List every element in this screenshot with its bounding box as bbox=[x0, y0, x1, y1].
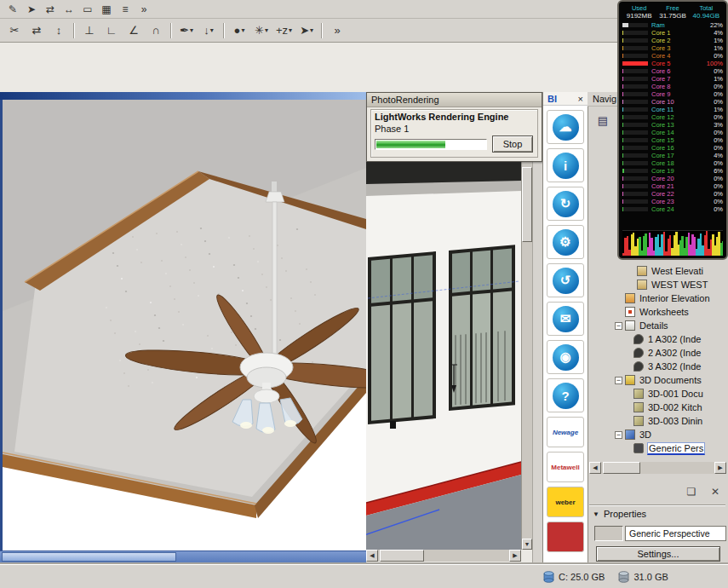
mail-button[interactable]: ✉ bbox=[547, 302, 584, 336]
expander-minus-icon[interactable]: − bbox=[615, 322, 622, 330]
tool-elevation-z-button[interactable]: +z▾ bbox=[273, 21, 295, 40]
core-value: 0% bbox=[701, 144, 723, 152]
core-usage-fill bbox=[622, 54, 623, 58]
expander-minus-icon[interactable]: − bbox=[615, 377, 622, 384]
preview-3d-view[interactable] bbox=[366, 162, 521, 550]
main-horizontal-scrollbar[interactable] bbox=[0, 551, 366, 562]
tree-item-3d-002-kitch[interactable]: 3D-002 Kitch bbox=[589, 401, 726, 414]
core-row: Core 21% bbox=[622, 37, 723, 44]
main-window-titlebar[interactable] bbox=[0, 92, 366, 100]
tree-item-west-west[interactable]: WEST WEST bbox=[589, 278, 726, 291]
dropdown-caret-icon[interactable]: ▾ bbox=[265, 26, 268, 34]
newage-button[interactable]: Newage bbox=[547, 417, 584, 447]
properties-header[interactable]: ▼ Properties bbox=[593, 509, 725, 519]
navigator-actions: ❏ ✕ bbox=[681, 482, 725, 501]
core-label: Core 21 bbox=[651, 182, 701, 190]
dropdown-caret-icon[interactable]: ▾ bbox=[210, 26, 214, 34]
close-icon[interactable]: × bbox=[578, 94, 583, 104]
delete-button[interactable]: ✕ bbox=[705, 482, 725, 501]
scrollbar-thumb[interactable] bbox=[603, 462, 640, 474]
tool-trim-button[interactable]: ⇄ bbox=[26, 21, 47, 40]
tree-item-3d-001-docu[interactable]: 3D-001 Docu bbox=[589, 387, 726, 401]
tool-select-button[interactable]: ➤ bbox=[23, 2, 40, 17]
core-usage-bar bbox=[622, 207, 648, 211]
info-button[interactable]: i bbox=[547, 148, 584, 182]
tool-more-tools-button[interactable]: » bbox=[327, 21, 347, 40]
settings-button[interactable]: Settings... bbox=[596, 546, 720, 562]
tool-split-button[interactable]: ↕ bbox=[49, 21, 69, 40]
tool-box-button[interactable]: ▭ bbox=[79, 2, 96, 17]
dropdown-caret-icon[interactable]: ▾ bbox=[310, 26, 313, 34]
view-name-field[interactable]: Generic Perspective bbox=[625, 526, 726, 541]
cloud-button[interactable]: ☁ bbox=[547, 110, 584, 144]
weber-button[interactable]: weber bbox=[547, 487, 584, 517]
bi-panel-header: BI × bbox=[543, 92, 588, 106]
tree-item-interior-elevation[interactable]: Interior Elevation bbox=[589, 291, 726, 305]
preview-vertical-scrollbar[interactable]: ▼ bbox=[521, 162, 532, 550]
tool-knife-button[interactable]: ✂ bbox=[4, 21, 25, 40]
tree-item-west-elevati[interactable]: West Elevati bbox=[589, 264, 726, 278]
refresh-icon: ↺ bbox=[553, 268, 579, 294]
tool-corner-button[interactable]: ∟ bbox=[101, 21, 122, 40]
scroll-right-button[interactable]: ▶ bbox=[509, 550, 521, 562]
tree-item-label: Details bbox=[639, 320, 669, 331]
tool-angle-button[interactable]: ∠ bbox=[123, 21, 144, 40]
tool-swap-button[interactable]: ⇄ bbox=[42, 2, 59, 17]
toolbar-row-2: ✂⇄↕⊥∟∠∩✒▾↓▾●▾✳▾+z▾➤▾» bbox=[0, 19, 617, 43]
tool-magic-button[interactable]: ✳▾ bbox=[251, 21, 272, 40]
tree-item-3d[interactable]: −3D bbox=[589, 428, 726, 441]
metawell-button[interactable]: Metawell bbox=[547, 452, 584, 482]
dropdown-caret-icon[interactable]: ▾ bbox=[289, 26, 292, 34]
tree-item-2-a302-inde[interactable]: 2 A302 (Inde bbox=[589, 346, 726, 360]
tool-adjust-button[interactable]: ⊥ bbox=[79, 21, 100, 40]
tree-item-3d-documents[interactable]: −3D Documents bbox=[589, 373, 726, 387]
scroll-left-button[interactable]: ◀ bbox=[366, 550, 378, 562]
scroll-left-button[interactable]: ◀ bbox=[589, 462, 601, 474]
tree-item-1-a302-inde[interactable]: 1 A302 (Inde bbox=[589, 332, 726, 346]
detail-icon bbox=[633, 348, 644, 358]
tree-item-3d-003-dinin[interactable]: 3D-003 Dinin bbox=[589, 414, 726, 428]
scrollbar-thumb[interactable] bbox=[2, 552, 176, 562]
dropdown-caret-icon[interactable]: ▾ bbox=[241, 26, 244, 34]
scroll-right-button[interactable]: ▶ bbox=[714, 462, 726, 474]
publisher-sets-button[interactable]: ▤ bbox=[592, 109, 614, 131]
scroll-down-button[interactable]: ▼ bbox=[522, 539, 532, 550]
tool-pencil-button[interactable]: ✎ bbox=[4, 2, 21, 17]
tool-layers-button[interactable]: ≡ bbox=[117, 2, 134, 17]
expander-minus-icon[interactable]: − bbox=[615, 431, 622, 439]
tool-inject-params-button[interactable]: ↓▾ bbox=[198, 21, 219, 40]
preview-horizontal-scrollbar[interactable]: ◀ ▶ bbox=[366, 550, 521, 562]
scrollbar-thumb[interactable] bbox=[522, 167, 532, 242]
tool-hatch-button[interactable]: ▦ bbox=[98, 2, 115, 17]
cube-icon bbox=[633, 402, 644, 412]
core-label: Core 15 bbox=[651, 136, 701, 144]
navigator-horizontal-scrollbar[interactable]: ◀ ▶ bbox=[589, 462, 726, 474]
tree-item-label: West Elevati bbox=[651, 266, 704, 276]
tool-hotspot-button[interactable]: ●▾ bbox=[229, 21, 249, 40]
dialog-titlebar[interactable]: PhotoRendering bbox=[367, 93, 542, 107]
tree-item-generic-pers[interactable]: Generic Pers bbox=[589, 441, 726, 455]
scrollbar-thumb[interactable] bbox=[380, 550, 424, 562]
tool-pickup-params-button[interactable]: ✒▾ bbox=[176, 21, 197, 40]
help-button[interactable]: ? bbox=[547, 378, 584, 412]
settings-gear-button[interactable]: ⚙ bbox=[547, 225, 584, 259]
dropdown-caret-icon[interactable]: ▾ bbox=[190, 26, 193, 34]
tool-fillet-button[interactable]: ∩ bbox=[146, 21, 166, 40]
red-logo-button[interactable] bbox=[547, 522, 584, 552]
core-value: 100% bbox=[701, 60, 723, 67]
render-3d-view[interactable] bbox=[0, 100, 366, 551]
clone-folder-button[interactable]: ❏ bbox=[681, 482, 702, 501]
pickup-params-icon: ✒ bbox=[180, 24, 189, 37]
tree-item-details[interactable]: −Details bbox=[589, 319, 726, 332]
sync-button[interactable]: ↻ bbox=[547, 187, 584, 221]
tree-item-worksheets[interactable]: Worksheets bbox=[589, 305, 726, 319]
tool-arrow-tool-button[interactable]: ➤▾ bbox=[296, 21, 317, 40]
tree-item-3-a302-inde[interactable]: 3 A302 (Inde bbox=[589, 360, 726, 373]
tool-stretch-button[interactable]: ↔ bbox=[60, 2, 77, 17]
tool-more-button[interactable]: » bbox=[135, 2, 152, 17]
refresh-button[interactable]: ↺ bbox=[547, 263, 584, 297]
core-usage-fill bbox=[622, 138, 623, 142]
stop-button[interactable]: Stop bbox=[492, 135, 533, 153]
camera-button[interactable]: ◉ bbox=[547, 340, 584, 374]
core-usage-fill bbox=[622, 153, 623, 158]
